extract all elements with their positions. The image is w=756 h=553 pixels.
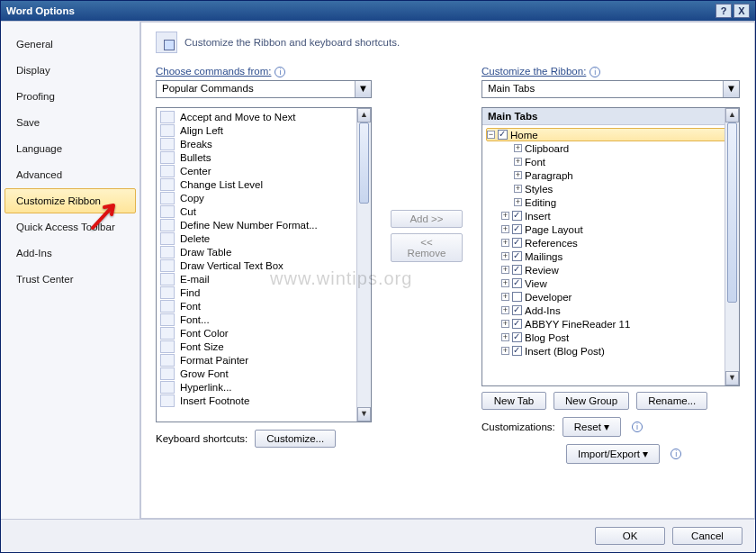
command-item[interactable]: Delete — [157, 231, 371, 245]
reset-button[interactable]: Reset ▾ — [562, 417, 621, 437]
command-item[interactable]: Breaks▶ — [157, 137, 371, 150]
checkbox[interactable] — [512, 211, 522, 221]
command-item[interactable]: Font Color▶ — [157, 326, 371, 340]
sidebar-item-general[interactable]: General — [4, 32, 136, 57]
expand-icon[interactable]: + — [501, 252, 509, 260]
tree-node[interactable]: +Developer — [486, 290, 735, 304]
command-item[interactable]: E-mail — [157, 272, 371, 286]
checkbox[interactable] — [512, 278, 522, 288]
sidebar-item-add-ins[interactable]: Add-Ins — [4, 240, 136, 266]
tree-node[interactable]: +References — [486, 236, 735, 249]
tree-node[interactable]: +Editing — [486, 195, 735, 209]
tree-node[interactable]: −Home — [486, 128, 735, 141]
expand-icon[interactable]: + — [514, 144, 522, 152]
sidebar-item-display[interactable]: Display — [4, 58, 136, 83]
checkbox[interactable] — [512, 346, 522, 356]
tree-node[interactable]: +View — [486, 276, 735, 290]
command-item[interactable]: Font▶ — [157, 299, 371, 313]
command-item[interactable]: Copy — [157, 191, 371, 204]
checkbox[interactable] — [512, 305, 522, 315]
command-item[interactable]: Find — [157, 286, 371, 299]
expand-icon[interactable]: + — [501, 266, 509, 274]
close-button[interactable]: X — [734, 4, 750, 18]
cancel-button[interactable]: Cancel — [672, 527, 742, 545]
command-item[interactable]: Define New Number Format... — [157, 218, 371, 231]
expand-icon[interactable]: + — [501, 212, 509, 220]
expand-icon[interactable]: + — [514, 158, 522, 166]
expand-icon[interactable]: + — [514, 185, 522, 193]
tree-node[interactable]: +Font — [486, 155, 735, 168]
info-icon[interactable]: i — [670, 449, 681, 459]
tree-node[interactable]: +Review — [486, 263, 735, 276]
expand-icon[interactable]: + — [501, 333, 509, 341]
checkbox[interactable] — [512, 319, 522, 329]
command-item[interactable]: Align Left — [157, 123, 371, 137]
checkbox[interactable] — [512, 224, 522, 234]
choose-commands-combo[interactable]: Popular Commands ▼ — [156, 80, 372, 98]
command-item[interactable]: Insert Footnote — [157, 394, 371, 407]
help-button[interactable]: ? — [716, 4, 732, 18]
add-button[interactable]: Add >> — [391, 210, 463, 228]
tree-node[interactable]: +Styles — [486, 182, 735, 195]
expand-icon[interactable]: + — [501, 347, 509, 355]
expand-icon[interactable]: + — [501, 293, 509, 301]
checkbox[interactable] — [512, 238, 522, 248]
command-item[interactable]: Center — [157, 164, 371, 177]
tree-node[interactable]: +Mailings — [486, 249, 735, 263]
new-group-button[interactable]: New Group — [554, 392, 629, 410]
new-tab-button[interactable]: New Tab — [482, 392, 546, 410]
expand-icon[interactable]: + — [514, 171, 522, 179]
sidebar-item-customize-ribbon[interactable]: Customize Ribbon — [4, 188, 136, 213]
checkbox[interactable] — [512, 292, 522, 302]
expand-icon[interactable]: + — [501, 239, 509, 247]
import-export-button[interactable]: Import/Export ▾ — [566, 444, 660, 464]
tree-node[interactable]: +Clipboard — [486, 141, 735, 155]
commands-listbox[interactable]: Accept and Move to NextAlign LeftBreaks▶… — [156, 107, 372, 422]
expand-icon[interactable]: + — [501, 279, 509, 287]
expand-icon[interactable]: + — [501, 225, 509, 233]
sidebar-item-language[interactable]: Language — [4, 136, 136, 161]
ok-button[interactable]: OK — [595, 527, 665, 545]
sidebar-item-trust-center[interactable]: Trust Center — [4, 267, 136, 292]
scroll-up-icon[interactable]: ▲ — [357, 108, 371, 122]
tree-node[interactable]: +ABBYY FineReader 11 — [486, 317, 735, 331]
command-item[interactable]: Bullets▶ — [157, 150, 371, 164]
info-icon[interactable]: i — [274, 67, 285, 77]
sidebar-item-save[interactable]: Save — [4, 110, 136, 135]
sidebar-item-quick-access-toolbar[interactable]: Quick Access Toolbar — [4, 214, 136, 240]
remove-button[interactable]: << Remove — [391, 233, 463, 262]
command-item[interactable]: Font... — [157, 313, 371, 326]
checkbox[interactable] — [498, 130, 508, 140]
checkbox[interactable] — [512, 251, 522, 261]
command-item[interactable]: Grow Font — [157, 367, 371, 380]
command-item[interactable]: Draw Vertical Text Box — [157, 258, 371, 272]
tree-node[interactable]: +Insert — [486, 209, 735, 222]
tree-node[interactable]: +Paragraph — [486, 168, 735, 182]
tree-scrollbar[interactable]: ▲ ▼ — [724, 108, 739, 385]
scroll-up-icon[interactable]: ▲ — [725, 108, 739, 122]
command-item[interactable]: Accept and Move to Next — [157, 110, 371, 123]
scroll-thumb[interactable] — [727, 122, 737, 303]
command-item[interactable]: Hyperlink... — [157, 380, 371, 394]
info-icon[interactable]: i — [590, 67, 600, 77]
expand-icon[interactable]: + — [501, 320, 509, 328]
customize-shortcuts-button[interactable]: Customize... — [255, 430, 336, 448]
tree-node[interactable]: +Blog Post — [486, 331, 735, 344]
expand-icon[interactable]: + — [501, 306, 509, 314]
scroll-down-icon[interactable]: ▼ — [725, 371, 739, 385]
command-item[interactable]: Format Painter — [157, 353, 371, 367]
ribbon-tree[interactable]: Main Tabs −Home+Clipboard+Font+Paragraph… — [482, 107, 740, 386]
rename-button[interactable]: Rename... — [636, 392, 707, 410]
command-item[interactable]: Change List Level▶ — [157, 177, 371, 191]
command-item[interactable]: Font Size▶ — [157, 340, 371, 353]
tree-node[interactable]: +Page Layout — [486, 222, 735, 236]
command-item[interactable]: Draw Table — [157, 245, 371, 258]
expand-icon[interactable]: + — [514, 198, 522, 206]
scroll-down-icon[interactable]: ▼ — [357, 407, 371, 422]
checkbox[interactable] — [512, 332, 522, 342]
scroll-thumb[interactable] — [359, 122, 369, 204]
sidebar-item-proofing[interactable]: Proofing — [4, 84, 136, 109]
tree-node[interactable]: +Add-Ins — [486, 304, 735, 317]
tree-node[interactable]: +Insert (Blog Post) — [486, 344, 735, 358]
commands-scrollbar[interactable]: ▲ ▼ — [356, 108, 371, 422]
